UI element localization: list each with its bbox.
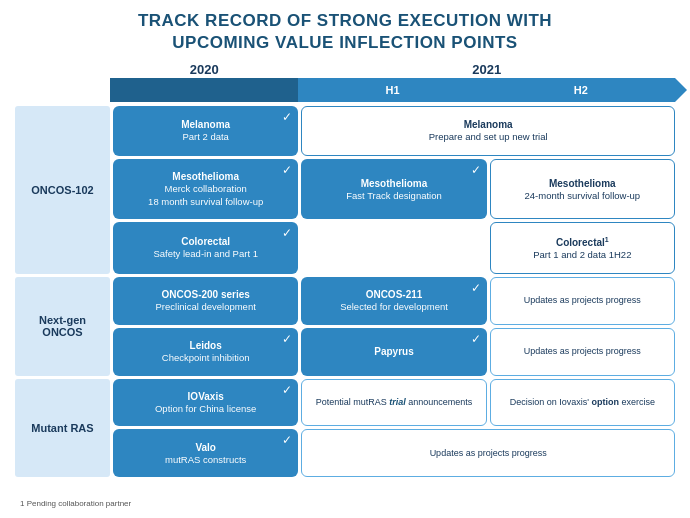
check-icon-2: ✓ [282, 163, 292, 179]
iovaxis-2020-cell: ✓ IOVaxis Option for China license [113, 379, 298, 427]
arrow-h1: H1 [298, 78, 486, 102]
melanoma-2020-cell: ✓ Melanoma Part 2 data [113, 106, 298, 156]
check-icon-9: ✓ [282, 433, 292, 449]
footnote: 1 Pending collaboration partner [15, 499, 675, 508]
section-mutantras: Mutant RAS [15, 379, 110, 478]
colorectal-h1-empty [301, 222, 486, 273]
content-grid: ONCOS-102 ✓ Melanoma Part 2 data Melanom… [15, 106, 675, 495]
check-icon-8: ✓ [282, 383, 292, 399]
check-icon-3: ✓ [471, 163, 481, 179]
colorectal-2020-cell: ✓ Colorectal Safety lead-in and Part 1 [113, 222, 298, 273]
check-icon-7: ✓ [471, 332, 481, 348]
nextgen2-h2-cell: Updates as projects progress [490, 328, 675, 376]
melanoma-h1-cell: Melanoma Prepare and set up new trial [301, 106, 675, 156]
slide-title: TRACK RECORD OF STRONG EXECUTION WITH UP… [15, 10, 675, 54]
section-oncos102: ONCOS-102 [15, 106, 110, 273]
section-nextgen: Next-genONCOS [15, 277, 110, 376]
iovaxis-h2-cell: Decision on Iovaxis' option exercise [490, 379, 675, 427]
nextgen1-h2-cell: Updates as projects progress [490, 277, 675, 325]
meso-2020-cell: ✓ Mesothelioma Merck collaboration 18 mo… [113, 159, 298, 219]
leidos-2020-cell: ✓ Leidos Checkpoint inhibition [113, 328, 298, 376]
colorectal-h2-cell: Colorectal1 Part 1 and 2 data 1H22 [490, 222, 675, 273]
oncos211-h1-cell: ✓ ONCOS-211 Selected for development [301, 277, 486, 325]
meso-h2-cell: Mesothelioma 24-month survival follow-up [490, 159, 675, 219]
papyrus-h1-cell: ✓ Papyrus [301, 328, 486, 376]
year-2020-label: 2020 [110, 62, 298, 77]
check-icon: ✓ [282, 110, 292, 126]
arrow-h2: H2 [487, 78, 675, 102]
check-icon-6: ✓ [282, 332, 292, 348]
iovaxis-h1-cell: Potential mutRAS trial announcements [301, 379, 486, 427]
sub-header-bar: H1 H2 [15, 78, 675, 102]
slide: TRACK RECORD OF STRONG EXECUTION WITH UP… [0, 0, 690, 518]
year-2021-label: 2021 [298, 62, 675, 77]
valo-h1h2-cell: Updates as projects progress [301, 429, 675, 477]
check-icon-4: ✓ [282, 226, 292, 242]
check-icon-5: ✓ [471, 281, 481, 297]
oncos200-2020-cell: ONCOS-200 series Preclinical development [113, 277, 298, 325]
meso-h1-cell: ✓ Mesothelioma Fast Track designation [301, 159, 486, 219]
arrow-2020 [110, 78, 298, 102]
valo-2020-cell: ✓ Valo mutRAS constructs [113, 429, 298, 477]
year-labels-row: 2020 2021 [15, 62, 675, 77]
grid-container: 2020 2021 H1 H2 ONCOS-102 ✓ Melanoma Par… [15, 62, 675, 495]
